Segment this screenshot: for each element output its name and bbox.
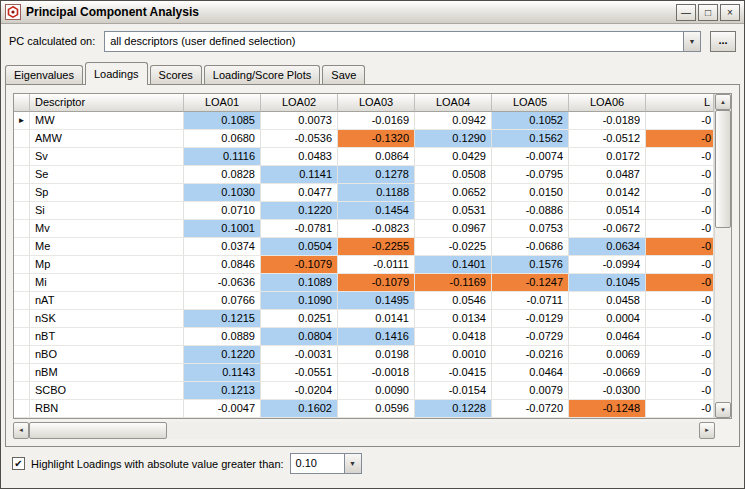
row-label[interactable]: Si [30,202,184,220]
column-header[interactable]: LOA03 [338,94,415,112]
tab-loading-score-plots[interactable]: Loading/Score Plots [204,65,320,84]
grid-cell[interactable]: 0.0889 [184,328,261,346]
row-label[interactable]: Sv [30,148,184,166]
grid-cell[interactable]: -0.0781 [261,220,338,238]
horizontal-scrollbar-thumb[interactable] [29,422,167,439]
row-label[interactable]: Mv [30,220,184,238]
browse-button[interactable]: ... [710,31,736,52]
grid-cell-clipped[interactable]: -0 [646,328,714,346]
row-label[interactable]: nBT [30,328,184,346]
grid-cell[interactable]: 0.0596 [338,400,415,418]
grid-cell-clipped[interactable]: -0 [646,112,714,130]
row-label[interactable]: RBN [30,400,184,418]
grid-cell[interactable]: 0.1562 [492,130,569,148]
grid-cell[interactable]: -0.0111 [338,256,415,274]
grid-cell-clipped[interactable]: -0 [646,346,714,364]
grid-cell[interactable]: -0.0047 [184,400,261,418]
grid-cell[interactable]: -0.0216 [492,346,569,364]
grid-cell[interactable]: -0.0512 [569,130,646,148]
grid-cell[interactable]: -0.0729 [492,328,569,346]
grid-cell[interactable]: -0.0672 [569,220,646,238]
row-label[interactable]: MW [30,112,184,130]
grid-cell-clipped[interactable]: -0 [646,130,714,148]
grid-cell[interactable]: 0.0198 [338,346,415,364]
tab-eigenvalues[interactable]: Eigenvalues [5,65,83,84]
grid-cell[interactable]: 0.1416 [338,328,415,346]
pc-combobox[interactable]: all descriptors (user defined selection)… [104,31,701,52]
grid-cell[interactable]: 0.0458 [569,292,646,310]
grid-cell-clipped[interactable]: -0 [646,148,714,166]
grid-cell[interactable]: 0.0079 [492,382,569,400]
grid-cell[interactable]: 0.0150 [492,184,569,202]
row-label[interactable]: Mi [30,274,184,292]
grid-cell[interactable]: 0.0546 [415,292,492,310]
grid-cell[interactable]: 0.1602 [261,400,338,418]
grid-cell[interactable]: 0.1454 [338,202,415,220]
grid-cell[interactable]: -0.1320 [338,130,415,148]
chevron-down-icon[interactable]: ▼ [683,32,700,51]
grid-cell[interactable]: -0.0669 [569,364,646,382]
grid-cell[interactable]: -0.0074 [492,148,569,166]
grid-cell[interactable]: -0.0823 [338,220,415,238]
grid-cell[interactable]: 0.1141 [261,166,338,184]
grid-cell[interactable]: 0.1052 [492,112,569,130]
grid-cell-clipped[interactable]: -0 [646,310,714,328]
row-label[interactable]: nAT [30,292,184,310]
grid-cell[interactable]: 0.0090 [338,382,415,400]
grid-cell[interactable]: 0.0753 [492,220,569,238]
grid-cell[interactable]: 0.1045 [569,274,646,292]
grid-cell[interactable]: -0.1079 [261,256,338,274]
grid-cell[interactable]: 0.0429 [415,148,492,166]
grid-cell-clipped[interactable]: -0 [646,382,714,400]
grid-cell[interactable]: 0.0766 [184,292,261,310]
grid-cell[interactable]: 0.1576 [492,256,569,274]
grid-cell[interactable]: -0.0551 [261,364,338,382]
grid-cell[interactable]: 0.0531 [415,202,492,220]
grid-cell[interactable]: 0.1213 [184,382,261,400]
grid-cell[interactable]: 0.0374 [184,238,261,256]
grid-cell[interactable]: -0.0031 [261,346,338,364]
grid-cell[interactable]: -0.0300 [569,382,646,400]
column-header-descriptor[interactable]: Descriptor [30,94,184,112]
grid-cell[interactable]: 0.0004 [569,310,646,328]
grid-cell[interactable]: -0.0169 [338,112,415,130]
grid-cell[interactable]: 0.0967 [415,220,492,238]
grid-cell[interactable]: -0.1248 [569,400,646,418]
grid-cell[interactable]: 0.1495 [338,292,415,310]
grid-cell[interactable]: 0.0680 [184,130,261,148]
grid-cell[interactable]: -0.1247 [492,274,569,292]
grid-cell[interactable]: -0.0129 [492,310,569,328]
minimize-button[interactable]: — [676,4,696,21]
grid-cell[interactable]: -0.0536 [261,130,338,148]
row-label[interactable]: Se [30,166,184,184]
grid-cell[interactable]: 0.0942 [415,112,492,130]
grid-cell[interactable]: -0.0415 [415,364,492,382]
highlight-checkbox-label[interactable]: Highlight Loadings with absolute value g… [31,458,284,470]
grid-cell[interactable]: 0.0477 [261,184,338,202]
grid-cell[interactable]: 0.1116 [184,148,261,166]
scroll-right-icon[interactable]: ► [699,422,715,439]
column-header[interactable]: LOA02 [261,94,338,112]
grid-cell[interactable]: 0.0864 [338,148,415,166]
grid-cell[interactable]: 0.1030 [184,184,261,202]
grid-cell[interactable]: 0.1401 [415,256,492,274]
row-label[interactable]: nBO [30,346,184,364]
chevron-down-icon[interactable]: ▼ [344,454,361,473]
scroll-down-icon[interactable]: ▼ [715,402,731,418]
grid-cell[interactable]: 0.1143 [184,364,261,382]
grid-cell-clipped[interactable]: -0 [646,220,714,238]
grid-cell[interactable]: 0.1001 [184,220,261,238]
grid-cell[interactable]: -0.0994 [569,256,646,274]
horizontal-scrollbar-track[interactable] [167,422,699,439]
grid-cell[interactable]: 0.0172 [569,148,646,166]
grid-cell[interactable]: 0.0846 [184,256,261,274]
column-header[interactable]: LOA05 [492,94,569,112]
highlight-checkbox[interactable]: ✔ [12,457,25,470]
grid-cell[interactable]: 0.0010 [415,346,492,364]
grid-cell[interactable]: 0.0652 [415,184,492,202]
grid-cell[interactable]: -0.1079 [338,274,415,292]
grid-cell[interactable]: 0.1220 [261,202,338,220]
row-label[interactable]: Mp [30,256,184,274]
vertical-scrollbar-thumb[interactable] [715,110,731,228]
grid-cell-clipped[interactable]: -0 [646,202,714,220]
